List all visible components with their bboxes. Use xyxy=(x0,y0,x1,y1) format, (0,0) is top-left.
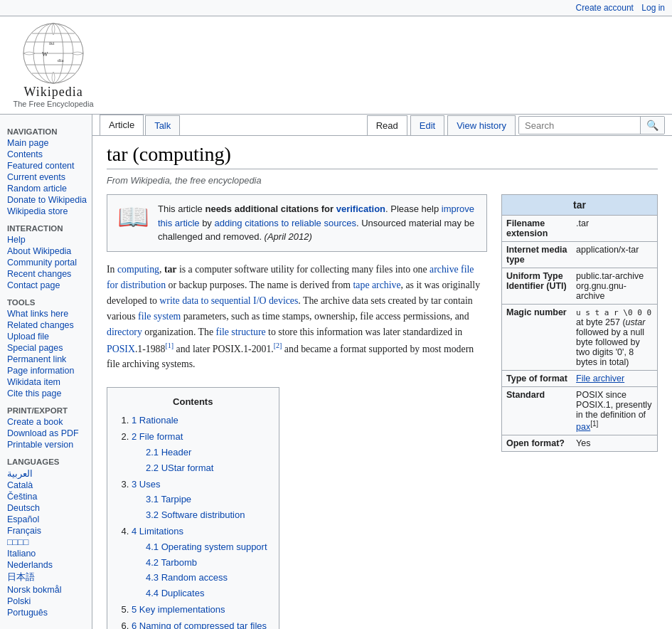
sidebar-item-featured[interactable]: Featured content xyxy=(7,160,92,171)
infobox-row-media: Internet media type application/x-tar xyxy=(502,242,657,268)
sidebar-item-contents[interactable]: Contents xyxy=(7,149,92,160)
sidebar-lang-norsk[interactable]: Norsk bokmål xyxy=(7,584,92,596)
toc-link-key-impl[interactable]: 5 Key implementations xyxy=(132,604,225,615)
toc-link-ustar[interactable]: 2.2 UStar format xyxy=(146,462,213,473)
directory-link[interactable]: directory xyxy=(107,327,142,337)
tab-article[interactable]: Article xyxy=(100,115,144,135)
table-of-contents: Contents 1 Rationale 2 File format 2.1 H… xyxy=(107,387,279,629)
toc-item-2: 2 File format 2.1 Header 2.2 UStar forma… xyxy=(132,430,267,475)
ref2-link[interactable]: [2] xyxy=(274,342,282,349)
tab-talk[interactable]: Talk xyxy=(145,115,180,135)
sidebar: Navigation Main page Contents Featured c… xyxy=(0,115,92,629)
archive-file-link[interactable]: archive file for distribution xyxy=(107,264,474,290)
sidebar-lang-cestina[interactable]: Čeština xyxy=(7,491,92,502)
toc-link-naming[interactable]: 6 Naming of compressed tar files xyxy=(132,620,267,629)
toc-sub-item-4-1: 4.1 Operating system support xyxy=(146,540,267,555)
toc-link-os-support[interactable]: 4.1 Operating system support xyxy=(146,541,267,552)
sidebar-lang-italiano[interactable]: Italiano xyxy=(7,548,92,559)
tab-view-history[interactable]: View history xyxy=(447,115,516,135)
toc-link-software-dist[interactable]: 3.2 Software distribution xyxy=(146,509,245,520)
sidebar-item-permanent-link[interactable]: Permanent link xyxy=(7,354,92,365)
sidebar-lang-arabic[interactable]: العربية xyxy=(7,467,92,480)
sidebar-item-special-pages[interactable]: Special pages xyxy=(7,342,92,354)
sidebar-lang-polski[interactable]: Polski xyxy=(7,596,92,607)
sidebar-item-random[interactable]: Random article xyxy=(7,183,92,194)
sidebar-lang-deutsch[interactable]: Deutsch xyxy=(7,502,92,514)
infobox-label-filename: Filename extension xyxy=(502,216,572,242)
sidebar-lang-japanese[interactable]: 日本語 xyxy=(7,571,92,584)
sidebar-item-help[interactable]: Help xyxy=(7,234,92,245)
toc-link-tarbomb[interactable]: 4.2 Tarbomb xyxy=(146,557,197,568)
file-archiver-link[interactable]: File archiver xyxy=(576,374,624,384)
toc-link-tarpipe[interactable]: 3.1 Tarpipe xyxy=(146,494,191,504)
sidebar-item-donate[interactable]: Donate to Wikipedia xyxy=(7,194,92,206)
infobox-row-magic: Magic number u s t a r \0 0 0 at byte 25… xyxy=(502,305,657,371)
sidebar-item-cite[interactable]: Cite this page xyxy=(7,388,92,399)
svg-text:W: W xyxy=(42,51,48,58)
sidebar-item-create-book[interactable]: Create a book xyxy=(7,416,92,428)
search-button[interactable]: 🔍 xyxy=(640,117,664,134)
sidebar-lang-francais[interactable]: Français xyxy=(7,525,92,536)
toc-sub-2: 2.1 Header 2.2 UStar format xyxy=(146,445,267,476)
sidebar-item-printable[interactable]: Printable version xyxy=(7,439,92,450)
sidebar-lang-portugues[interactable]: Português xyxy=(7,607,92,618)
tab-read[interactable]: Read xyxy=(367,115,407,135)
write-data-link[interactable]: write data to sequential I/O devices xyxy=(159,295,298,306)
sidebar-item-contact[interactable]: Contact page xyxy=(7,280,92,291)
sidebar-item-related-changes[interactable]: Related changes xyxy=(7,319,92,331)
warning-box: 📖 This article needs additional citation… xyxy=(107,194,487,252)
ref1-link[interactable]: [1] xyxy=(165,342,174,349)
toc-link-duplicates[interactable]: 4.4 Duplicates xyxy=(146,588,204,598)
toc-sub-item-4-4: 4.4 Duplicates xyxy=(146,586,267,601)
infobox-label-type: Type of format xyxy=(502,371,572,387)
sidebar-item-current-events[interactable]: Current events xyxy=(7,171,92,183)
infobox-value-standard: POSIX since POSIX.1, presently in the de… xyxy=(572,387,657,435)
posix-link[interactable]: POSIX xyxy=(107,343,135,354)
sidebar-item-store[interactable]: Wikipedia store xyxy=(7,206,92,217)
sidebar-lang-nederlands[interactable]: Nederlands xyxy=(7,559,92,571)
create-account-link[interactable]: Create account xyxy=(576,3,634,13)
toc-item-4: 4 Limitations 4.1 Operating system suppo… xyxy=(132,524,267,601)
site-logo[interactable]: W iki dia Wikipedia The Free Encyclopedi… xyxy=(7,22,100,108)
languages-section-title: Languages xyxy=(7,458,92,466)
sidebar-item-recent-changes[interactable]: Recent changes xyxy=(7,268,92,280)
sidebar-item-about[interactable]: About Wikipedia xyxy=(7,245,92,257)
sidebar-item-upload[interactable]: Upload file xyxy=(7,331,92,342)
verification-link[interactable]: verification xyxy=(336,204,385,214)
file-structure-link[interactable]: file structure xyxy=(216,327,266,337)
tape-archive-link[interactable]: tape archive xyxy=(353,280,401,290)
sidebar-item-wikidata[interactable]: Wikidata item xyxy=(7,376,92,388)
toc-link-random-access[interactable]: 4.3 Random access xyxy=(146,572,228,583)
sidebar-item-pdf[interactable]: Download as PDF xyxy=(7,428,92,439)
toc-link-limitations[interactable]: 4 Limitations xyxy=(132,526,183,536)
toc-link-file-format[interactable]: 2 File format xyxy=(132,431,183,442)
pax-link[interactable]: pax xyxy=(576,422,590,432)
toc-link-rationale[interactable]: 1 Rationale xyxy=(132,415,178,426)
svg-text:dia: dia xyxy=(58,58,64,63)
article-content: tar (computing) From Wikipedia, the free… xyxy=(92,136,672,629)
sidebar-lang-boxes[interactable]: □□□□ xyxy=(7,536,92,548)
search-input[interactable] xyxy=(519,117,640,134)
log-in-link[interactable]: Log in xyxy=(641,3,665,13)
file-system-link[interactable]: file system xyxy=(138,311,181,322)
infobox-value-open: Yes xyxy=(572,435,657,452)
sidebar-item-page-info[interactable]: Page information xyxy=(7,365,92,376)
tab-edit[interactable]: Edit xyxy=(410,115,444,135)
infobox-value-magic: u s t a r \0 0 0 at byte 257 (ustar foll… xyxy=(572,305,657,371)
toc-link-header[interactable]: 2.1 Header xyxy=(146,447,191,458)
infobox-row-uti: Uniform Type Identifier (UTI) public.tar… xyxy=(502,268,657,305)
adding-citations-link[interactable]: adding citations to reliable sources xyxy=(215,218,356,228)
infobox-label-media: Internet media type xyxy=(502,242,572,268)
sidebar-item-main-page[interactable]: Main page xyxy=(7,137,92,149)
toc-item-6: 6 Naming of compressed tar files xyxy=(132,619,267,629)
svg-text:iki: iki xyxy=(49,41,54,46)
sidebar-item-what-links[interactable]: What links here xyxy=(7,308,92,319)
infobox-label-standard: Standard xyxy=(502,387,572,435)
toc-sub-item-2-1: 2.1 Header xyxy=(146,445,267,460)
sidebar-item-community[interactable]: Community portal xyxy=(7,257,92,268)
sidebar-lang-catala[interactable]: Català xyxy=(7,480,92,491)
toc-link-uses[interactable]: 3 Uses xyxy=(132,479,160,490)
toc-sub-4: 4.1 Operating system support 4.2 Tarbomb… xyxy=(146,540,267,601)
computing-link[interactable]: computing xyxy=(117,264,159,275)
sidebar-lang-espanol[interactable]: Español xyxy=(7,514,92,525)
